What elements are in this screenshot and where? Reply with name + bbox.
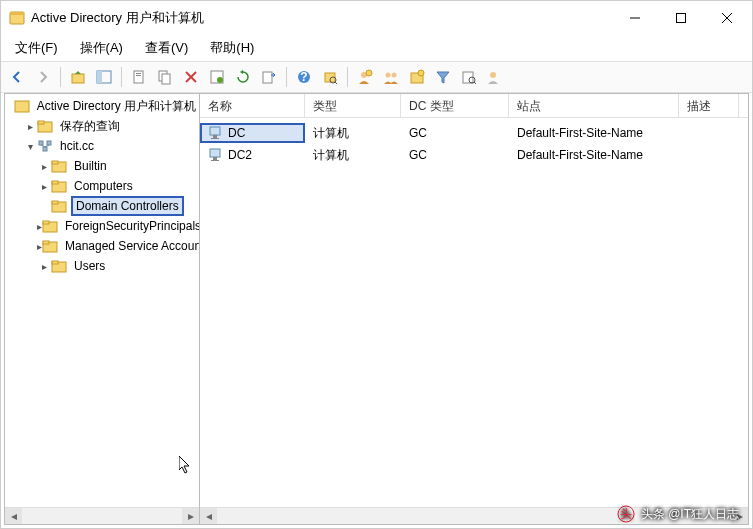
column-header[interactable]: 名称 — [200, 94, 305, 117]
tree-label: Managed Service Accounts — [62, 238, 199, 254]
menu-help[interactable]: 帮助(H) — [200, 36, 264, 60]
toolbar-separator — [347, 67, 348, 87]
svg-rect-47 — [52, 201, 58, 204]
list-row[interactable]: DC2计算机GCDefault-First-Site-Name — [200, 144, 748, 166]
svg-text:头: 头 — [620, 507, 632, 521]
expand-toggle[interactable]: ▸ — [37, 261, 51, 272]
svg-rect-13 — [162, 74, 170, 84]
cell-dc-type: GC — [401, 148, 509, 162]
svg-rect-37 — [39, 141, 43, 145]
list-panel: 名称类型DC 类型站点描述 DC计算机GCDefault-First-Site-… — [200, 94, 748, 524]
delete-button[interactable] — [179, 65, 203, 89]
scroll-left-button[interactable]: ◂ — [5, 508, 22, 525]
copy-button[interactable] — [153, 65, 177, 89]
computer-icon — [208, 147, 224, 163]
tree-domain[interactable]: ▾ hcit.cc — [5, 136, 199, 156]
properties-button[interactable] — [205, 65, 229, 89]
tree-body[interactable]: Active Directory 用户和计算机 ▸ 保存的查询 ▾ hcit.c… — [5, 94, 199, 507]
new-ou-button[interactable] — [405, 65, 429, 89]
forward-button[interactable] — [31, 65, 55, 89]
list-body[interactable]: DC计算机GCDefault-First-Site-NameDC2计算机GCDe… — [200, 118, 748, 507]
cell-type: 计算机 — [305, 125, 401, 142]
menu-action[interactable]: 操作(A) — [70, 36, 133, 60]
svg-rect-59 — [211, 160, 219, 161]
svg-rect-39 — [43, 147, 47, 151]
folder-icon — [42, 238, 58, 254]
tree-container-item[interactable]: ▸Computers — [5, 176, 199, 196]
svg-rect-8 — [97, 71, 102, 83]
menu-view[interactable]: 查看(V) — [135, 36, 198, 60]
svg-line-32 — [474, 82, 476, 84]
add-to-group-button[interactable] — [483, 65, 507, 89]
query-button[interactable] — [457, 65, 481, 89]
scroll-right-button[interactable]: ▸ — [182, 508, 199, 525]
tree-container-item[interactable]: Domain Controllers — [5, 196, 199, 216]
new-user-button[interactable] — [353, 65, 377, 89]
up-button[interactable] — [66, 65, 90, 89]
tree-container-item[interactable]: ▸Users — [5, 256, 199, 276]
tree-label: 保存的查询 — [57, 117, 123, 136]
content-area: Active Directory 用户和计算机 ▸ 保存的查询 ▾ hcit.c… — [4, 93, 749, 525]
svg-rect-38 — [47, 141, 51, 145]
cell-name: DC2 — [200, 147, 305, 163]
svg-point-26 — [386, 73, 391, 78]
column-header[interactable]: 站点 — [509, 94, 679, 117]
find-button[interactable] — [318, 65, 342, 89]
svg-rect-9 — [134, 71, 143, 83]
minimize-button[interactable] — [612, 2, 658, 34]
tree-container-item[interactable]: ▸Builtin — [5, 156, 199, 176]
window-title: Active Directory 用户和计算机 — [31, 9, 612, 27]
svg-rect-51 — [43, 241, 49, 244]
expand-toggle[interactable]: ▾ — [23, 141, 37, 152]
svg-rect-18 — [263, 72, 272, 83]
computer-icon — [208, 125, 224, 141]
tree-root[interactable]: Active Directory 用户和计算机 — [5, 96, 199, 116]
titlebar: Active Directory 用户和计算机 — [1, 1, 752, 35]
folder-icon — [51, 178, 67, 194]
expand-toggle[interactable]: ▸ — [23, 121, 37, 132]
svg-rect-11 — [136, 75, 141, 76]
toolbar-separator — [121, 67, 122, 87]
tree-hscrollbar[interactable]: ◂ ▸ — [5, 507, 199, 524]
svg-point-29 — [418, 70, 424, 76]
filter-button[interactable] — [431, 65, 455, 89]
app-icon — [9, 10, 25, 26]
tree-container-item[interactable]: ▸ForeignSecurityPrincipals — [5, 216, 199, 236]
toolbar: ? — [1, 61, 752, 93]
refresh-button[interactable] — [231, 65, 255, 89]
svg-rect-45 — [52, 181, 58, 184]
tree-saved-queries[interactable]: ▸ 保存的查询 — [5, 116, 199, 136]
help-button[interactable]: ? — [292, 65, 316, 89]
cut-button[interactable] — [127, 65, 151, 89]
folder-icon — [42, 218, 58, 234]
tree-label: Users — [71, 258, 108, 274]
menu-file[interactable]: 文件(F) — [5, 36, 68, 60]
folder-icon — [51, 158, 67, 174]
svg-rect-43 — [52, 161, 58, 164]
folder-icon — [51, 258, 67, 274]
expand-toggle[interactable]: ▸ — [37, 181, 51, 192]
svg-rect-10 — [136, 73, 141, 74]
export-button[interactable] — [257, 65, 281, 89]
watermark-icon: 头 — [617, 505, 635, 523]
list-row[interactable]: DC计算机GCDefault-First-Site-Name — [200, 122, 748, 144]
show-hide-tree-button[interactable] — [92, 65, 116, 89]
tree-container-item[interactable]: ▸Managed Service Accounts — [5, 236, 199, 256]
close-button[interactable] — [704, 2, 750, 34]
console-root-icon — [14, 98, 30, 114]
column-header[interactable]: 描述 — [679, 94, 739, 117]
column-header[interactable]: 类型 — [305, 94, 401, 117]
maximize-button[interactable] — [658, 2, 704, 34]
column-header[interactable]: DC 类型 — [401, 94, 509, 117]
svg-rect-55 — [213, 135, 217, 138]
scroll-left-button[interactable]: ◂ — [200, 508, 217, 525]
svg-rect-3 — [677, 14, 686, 23]
menubar: 文件(F) 操作(A) 查看(V) 帮助(H) — [1, 35, 752, 61]
back-button[interactable] — [5, 65, 29, 89]
svg-rect-1 — [10, 12, 24, 15]
expand-toggle[interactable]: ▸ — [37, 161, 51, 172]
cell-site: Default-First-Site-Name — [509, 148, 679, 162]
svg-rect-34 — [15, 101, 29, 112]
tree-panel: Active Directory 用户和计算机 ▸ 保存的查询 ▾ hcit.c… — [5, 94, 200, 524]
new-group-button[interactable] — [379, 65, 403, 89]
